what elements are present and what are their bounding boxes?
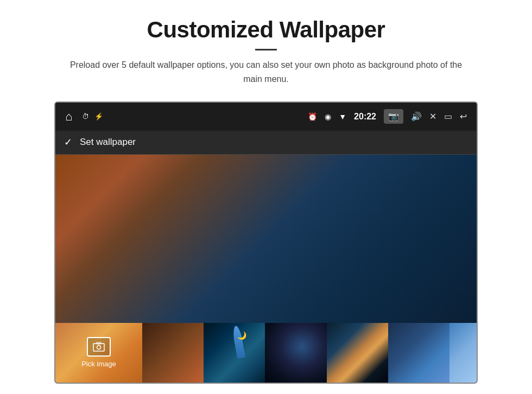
thumbnail-strip: Pick image: [55, 323, 477, 383]
wallpaper-preview: [55, 155, 477, 323]
status-icons-left: ⏱ ⚡: [82, 112, 103, 120]
clock-icon: ⏱: [82, 112, 89, 120]
svg-point-1: [97, 346, 101, 349]
location-icon: ◉: [325, 112, 331, 121]
close-icon[interactable]: ✕: [429, 111, 436, 122]
wallpaper-thumb-4[interactable]: [265, 323, 326, 383]
volume-icon[interactable]: 🔊: [411, 111, 422, 122]
window-icon[interactable]: ▭: [444, 111, 452, 122]
alarm-icon: ⏰: [308, 112, 317, 121]
pick-image-icon: [87, 337, 111, 357]
page-wrapper: Customized Wallpaper Preload over 5 defa…: [0, 0, 532, 394]
pick-image-thumb[interactable]: Pick image: [55, 323, 142, 383]
home-icon[interactable]: ⌂: [65, 110, 72, 124]
title-section: Customized Wallpaper Preload over 5 defa…: [60, 16, 472, 86]
check-icon[interactable]: ✓: [64, 136, 72, 148]
usb-icon: ⚡: [94, 112, 103, 120]
back-icon[interactable]: ↩: [460, 111, 467, 122]
wallpaper-thumb-3[interactable]: [204, 323, 265, 383]
status-left: ⌂ ⏱ ⚡: [65, 110, 103, 124]
status-bar: ⌂ ⏱ ⚡ ⏰ ◉ ▼ 20:22 📷 🔊 ✕ ▭ ↩: [55, 103, 477, 131]
wallpaper-thumb-6[interactable]: [388, 323, 449, 383]
wallpaper-thumb-5[interactable]: [327, 323, 388, 383]
device-mockup: ⌂ ⏱ ⚡ ⏰ ◉ ▼ 20:22 📷 🔊 ✕ ▭ ↩ ✓ Set wallp: [54, 101, 478, 384]
wallpaper-thumb-7[interactable]: [449, 323, 477, 383]
svg-rect-0: [93, 344, 104, 351]
wallpaper-thumb-2[interactable]: [142, 323, 204, 383]
page-title: Customized Wallpaper: [60, 16, 472, 43]
camera-icon[interactable]: 📷: [384, 109, 403, 124]
wifi-icon: ▼: [339, 112, 346, 121]
title-divider: [255, 49, 277, 50]
action-bar: ✓ Set wallpaper: [55, 131, 477, 155]
status-right: ⏰ ◉ ▼ 20:22 📷 🔊 ✕ ▭ ↩: [308, 109, 467, 124]
pick-image-label: Pick image: [81, 360, 116, 368]
page-subtitle: Preload over 5 default wallpaper options…: [60, 58, 472, 86]
status-time: 20:22: [354, 112, 376, 122]
set-wallpaper-label: Set wallpaper: [80, 137, 136, 148]
